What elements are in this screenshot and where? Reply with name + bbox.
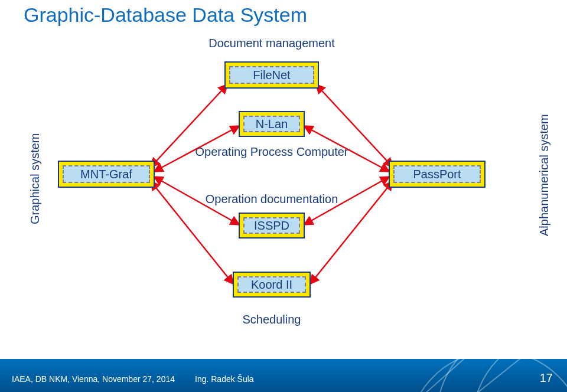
- label-opproc: Operating Process Computer: [183, 145, 360, 159]
- node-koord: Koord II: [233, 272, 311, 298]
- node-nlan-label: N-Lan: [243, 116, 300, 132]
- node-mntgraf: MNT-Graf: [58, 161, 155, 188]
- node-isspd-label: ISSPD: [243, 217, 300, 234]
- footer-venue: IAEA, DB NKM, Vienna, November 27, 2014: [12, 374, 175, 384]
- svg-point-9: [472, 333, 567, 392]
- node-filenet-label: FileNet: [229, 66, 314, 84]
- node-isspd: ISSPD: [239, 213, 305, 239]
- footer-bar: IAEA, DB NKM, Vienna, November 27, 2014 …: [0, 359, 567, 392]
- svg-line-11: [413, 333, 520, 392]
- node-passport: PassPort: [389, 161, 485, 188]
- page-title: Graphic-Database Data System: [24, 4, 307, 27]
- label-opdoc: Operation documentation: [183, 192, 360, 206]
- label-left-axis: Graphical system: [28, 133, 42, 225]
- label-scheduling: Scheduling: [224, 313, 319, 326]
- node-passport-label: PassPort: [393, 165, 481, 183]
- label-docmgmt: Document management: [195, 37, 348, 50]
- footer-author: Ing. Radek Šula: [195, 374, 254, 384]
- node-filenet: FileNet: [224, 61, 319, 89]
- node-koord-label: Koord II: [237, 276, 306, 293]
- node-nlan: N-Lan: [239, 111, 305, 137]
- node-mntgraf-label: MNT-Graf: [63, 165, 150, 183]
- page-number: 17: [540, 371, 553, 385]
- footer-decoration: [378, 333, 567, 392]
- label-right-axis: Alphanumerical system: [537, 114, 551, 236]
